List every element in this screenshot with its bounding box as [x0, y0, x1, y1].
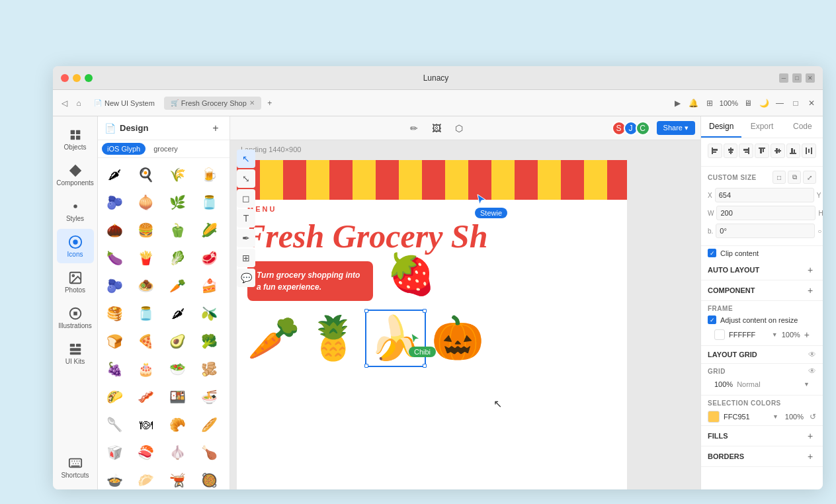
tab-new-ui-system[interactable]: 📄 New UI System: [87, 97, 161, 110]
icon-cell[interactable]: 🥕: [165, 273, 190, 298]
tab-design[interactable]: Design: [701, 116, 741, 138]
tab-fresh-grocery[interactable]: 🛒 Fresh Grocery Shop ✕: [164, 97, 261, 110]
icon-cell[interactable]: 🍔: [134, 218, 159, 243]
icon-cell[interactable]: 🌿: [165, 190, 190, 215]
icon-cell[interactable]: 🍣: [134, 440, 159, 465]
icon-cell[interactable]: 🫒: [196, 301, 222, 326]
icon-cell[interactable]: 🫑: [165, 218, 190, 243]
sidebar-item-photos[interactable]: Photos: [57, 265, 94, 299]
icon-cell[interactable]: 🥦: [196, 329, 222, 354]
icon-cell[interactable]: 🎂: [134, 357, 159, 382]
icon-cell[interactable]: 🧆: [134, 273, 159, 298]
icon-cell[interactable]: 🍺: [196, 162, 222, 187]
component-header[interactable]: COMPONENT +: [701, 280, 823, 301]
fill-color-dropdown[interactable]: ▼: [772, 331, 778, 338]
w-input[interactable]: [716, 206, 815, 220]
restore-icon[interactable]: □: [790, 97, 802, 109]
icon-cell[interactable]: 🍆: [102, 245, 127, 271]
panel-add-button[interactable]: +: [208, 121, 223, 136]
icon-cell[interactable]: 🍜: [196, 384, 222, 409]
icon-cell[interactable]: 🌮: [102, 384, 127, 409]
selection-color-refresh[interactable]: ↺: [810, 412, 816, 421]
icon-cell[interactable]: 🫙: [196, 190, 222, 215]
sidebar-item-objects[interactable]: Objects: [57, 122, 94, 156]
moon-icon[interactable]: 🌙: [758, 97, 770, 109]
icon-cell[interactable]: 🥐: [165, 412, 190, 437]
sidebar-item-styles[interactable]: Styles: [57, 193, 94, 228]
share-button[interactable]: Share ▾: [657, 121, 695, 135]
icon-cell[interactable]: 🥗: [165, 357, 190, 382]
grid-type-dropdown[interactable]: ▼: [804, 381, 810, 388]
scale-tool[interactable]: ⤡: [237, 169, 255, 188]
component-tool[interactable]: ⬡: [450, 119, 468, 138]
icon-cell[interactable]: 🍞: [102, 329, 127, 354]
borders-add[interactable]: +: [804, 450, 816, 462]
fills-header[interactable]: FILLS +: [701, 426, 823, 446]
borders-header[interactable]: BORDERS +: [701, 446, 823, 467]
icon-cell[interactable]: 🥓: [134, 384, 159, 409]
icon-cell[interactable]: 🫕: [165, 468, 190, 489]
maximize-button[interactable]: [85, 74, 93, 82]
align-bottom[interactable]: [786, 144, 801, 158]
adjust-content-checkbox[interactable]: [708, 315, 716, 324]
icon-cell[interactable]: 🫐: [102, 190, 127, 215]
icon-cell[interactable]: 🧄: [165, 440, 190, 465]
icon-cell[interactable]: 🧅: [134, 190, 159, 215]
icon-cell[interactable]: 🥘: [196, 468, 222, 489]
wm-restore[interactable]: □: [792, 73, 802, 83]
auto-layout-header[interactable]: AUTO LAYOUT +: [701, 260, 823, 280]
icon-cell[interactable]: 🥄: [102, 412, 127, 437]
icon-cell[interactable]: 🫚: [196, 357, 222, 382]
grid-icon[interactable]: ⊞: [704, 97, 716, 109]
fill-color-swatch[interactable]: [714, 329, 725, 340]
tab-code[interactable]: Code: [782, 116, 823, 138]
wm-minimize[interactable]: ─: [779, 73, 788, 83]
close-button[interactable]: [61, 74, 69, 82]
icon-cell[interactable]: 🥞: [102, 301, 127, 326]
canvas-content[interactable]: Landing 1440×900: [230, 140, 700, 489]
comment-tool[interactable]: 💬: [237, 269, 255, 287]
tab-close-icon[interactable]: ✕: [249, 99, 255, 106]
rotation-input[interactable]: [716, 224, 815, 238]
icon-cell[interactable]: 🍟: [134, 245, 159, 271]
canvas-area[interactable]: ↖ ⤡ ◻ T ✒ ⊞ 💬 ✏ 🖼 ⬡ S J: [230, 116, 700, 489]
tab-ios-glyph[interactable]: iOS Glyph: [102, 143, 146, 155]
icon-cell[interactable]: 🥟: [134, 468, 159, 489]
edit-tool[interactable]: ✏: [405, 119, 423, 138]
icon-cell[interactable]: 🥩: [196, 245, 222, 271]
icon-cell[interactable]: 🍇: [102, 357, 127, 382]
auto-layout-add[interactable]: +: [804, 264, 816, 276]
fullscreen-icon[interactable]: ⤢: [803, 171, 816, 184]
wm-close[interactable]: ✕: [806, 73, 815, 83]
sidebar-item-icons[interactable]: Icons: [57, 229, 94, 263]
layout-grid-eye[interactable]: 👁: [808, 350, 816, 359]
close-icon[interactable]: ✕: [806, 97, 817, 109]
icon-cell[interactable]: 🍰: [196, 273, 222, 298]
tab-grocery[interactable]: grocery: [148, 143, 183, 155]
icon-cell[interactable]: 🥬: [165, 245, 190, 271]
paste-size-icon[interactable]: ⧉: [788, 171, 801, 184]
sidebar-item-components[interactable]: Components: [57, 157, 94, 192]
x-input[interactable]: [715, 188, 814, 202]
align-center-h[interactable]: [724, 144, 738, 158]
align-left[interactable]: [708, 144, 722, 158]
fill-add-button[interactable]: +: [804, 329, 810, 340]
nav-back[interactable]: ◁: [58, 97, 70, 109]
clip-content-checkbox[interactable]: [708, 249, 716, 257]
icon-cell[interactable]: 🥑: [165, 329, 190, 354]
fills-add[interactable]: +: [804, 430, 816, 442]
sidebar-item-illustrations[interactable]: Illustrations: [57, 300, 94, 335]
icon-cell[interactable]: 🍲: [102, 468, 127, 489]
icon-cell[interactable]: 🍳: [134, 162, 159, 187]
frame-tool[interactable]: ◻: [237, 189, 255, 208]
grid-eye-icon[interactable]: 👁: [808, 366, 816, 376]
banana-selected[interactable]: 🍌: [366, 311, 425, 366]
icon-cell[interactable]: 🌽: [196, 218, 222, 243]
icon-cell[interactable]: 🌶: [165, 301, 190, 326]
icon-cell[interactable]: 🥖: [196, 412, 222, 437]
sidebar-item-ui-kits[interactable]: UI Kits: [57, 336, 94, 370]
align-right[interactable]: [739, 144, 753, 158]
icon-cell[interactable]: 🫐: [102, 273, 127, 298]
align-center-v[interactable]: [771, 144, 785, 158]
add-tab-button[interactable]: +: [264, 97, 276, 109]
